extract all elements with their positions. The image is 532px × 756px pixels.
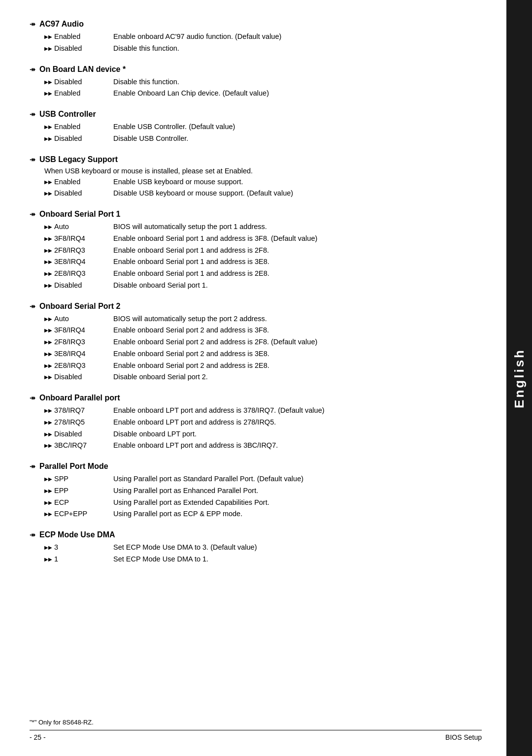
item-value: Disable this function.	[113, 43, 482, 54]
section-arrow-icon: ↠	[30, 20, 35, 28]
bullet-icon: ▶▶	[44, 258, 52, 265]
item-row: ▶▶ Enabled Enable onboard AC'97 audio fu…	[44, 32, 482, 42]
bullet-icon: ▶▶	[44, 510, 52, 518]
item-row: ▶▶ 378/IRQ7 Enable onboard LPT port and …	[44, 405, 482, 416]
item-row: ▶▶ Disabled Disable this function.	[44, 43, 482, 54]
bullet-icon: ▶▶	[44, 90, 52, 97]
item-value: BIOS will automatically setup the port 2…	[113, 314, 482, 325]
bullet-icon: ▶▶	[44, 45, 52, 52]
item-value: Disable USB Controller.	[113, 133, 482, 144]
item-key: ▶▶ 3E8/IRQ4	[44, 257, 113, 267]
section-onboard-serial-2: ↠ Onboard Serial Port 2 ▶▶ Auto BIOS wil…	[30, 302, 482, 383]
item-row: ▶▶ Disabled Disable USB keyboard or mous…	[44, 188, 482, 199]
item-value: BIOS will automatically setup the port 1…	[113, 222, 482, 232]
item-value: Disable USB keyboard or mouse support. (…	[113, 188, 482, 199]
item-key: ▶▶ 3E8/IRQ4	[44, 349, 113, 360]
section-title-onboard-parallel: ↠ Onboard Parallel port	[30, 394, 482, 402]
item-key-label: 378/IRQ7	[54, 405, 85, 416]
section-ecp-mode-dma: ↠ ECP Mode Use DMA ▶▶ 3 Set ECP Mode Use…	[30, 530, 482, 565]
section-arrow-icon: ↠	[30, 302, 35, 310]
item-value: Disable onboard LPT port.	[113, 429, 482, 440]
bullet-icon: ▶▶	[44, 373, 52, 381]
item-key-label: 2F8/IRQ3	[54, 337, 85, 348]
section-title-onboard-serial-1: ↠ Onboard Serial Port 1	[30, 210, 482, 219]
item-key: ▶▶ Disabled	[44, 43, 113, 54]
item-key: ▶▶ 3F8/IRQ4	[44, 233, 113, 244]
item-key-label: ECP	[54, 497, 69, 508]
section-body-onboard-serial-2: ▶▶ Auto BIOS will automatically setup th…	[30, 314, 482, 383]
item-key: ▶▶ 2F8/IRQ3	[44, 245, 113, 256]
item-key: ▶▶ Enabled	[44, 177, 113, 188]
item-key-label: 3E8/IRQ4	[54, 349, 86, 360]
item-key: ▶▶ 3BC/IRQ7	[44, 440, 113, 451]
bullet-icon: ▶▶	[44, 247, 52, 254]
item-key: ▶▶ ECP	[44, 497, 113, 508]
item-row: ▶▶ SPP Using Parallel port as Standard P…	[44, 474, 482, 485]
item-key: ▶▶ Disabled	[44, 77, 113, 88]
item-key: ▶▶ Enabled	[44, 88, 113, 99]
bullet-icon: ▶▶	[44, 430, 52, 438]
section-title-onboard-serial-2: ↠ Onboard Serial Port 2	[30, 302, 482, 311]
item-row: ▶▶ Disabled Disable onboard LPT port.	[44, 429, 482, 440]
section-body-onboard-parallel: ▶▶ 378/IRQ7 Enable onboard LPT port and …	[30, 405, 482, 451]
item-key-label: Disabled	[54, 133, 82, 144]
section-arrow-icon: ↠	[30, 66, 35, 73]
item-row: ▶▶ Disabled Disable onboard Serial port …	[44, 372, 482, 383]
item-key: ▶▶ 3	[44, 542, 113, 553]
item-key: ▶▶ 278/IRQ5	[44, 417, 113, 428]
item-value: Enable onboard Serial port 1 and address…	[113, 245, 482, 256]
bullet-icon: ▶▶	[44, 362, 52, 369]
item-row: ▶▶ 3BC/IRQ7 Enable onboard LPT port and …	[44, 440, 482, 451]
item-key: ▶▶ Disabled	[44, 133, 113, 144]
item-key-label: 3E8/IRQ4	[54, 257, 86, 267]
item-key-label: 2E8/IRQ3	[54, 361, 86, 371]
item-row: ▶▶ Enabled Enable USB Controller. (Defau…	[44, 122, 482, 132]
item-row: ▶▶ 1 Set ECP Mode Use DMA to 1.	[44, 554, 482, 565]
section-title-ac97-audio: ↠ AC97 Audio	[30, 20, 482, 29]
section-title-ecp-mode-dma: ↠ ECP Mode Use DMA	[30, 530, 482, 539]
item-value: Disable onboard Serial port 2.	[113, 372, 482, 383]
footnote: "*" Only for 8S648-RZ.	[30, 719, 482, 726]
item-row: ▶▶ Disabled Disable this function.	[44, 77, 482, 88]
section-ac97-audio: ↠ AC97 Audio ▶▶ Enabled Enable onboard A…	[30, 20, 482, 54]
bullet-icon: ▶▶	[44, 487, 52, 494]
item-key: ▶▶ 1	[44, 554, 113, 565]
section-body-ecp-mode-dma: ▶▶ 3 Set ECP Mode Use DMA to 3. (Default…	[30, 542, 482, 565]
section-arrow-icon: ↠	[30, 156, 35, 164]
item-key-label: Disabled	[54, 188, 82, 199]
bullet-icon: ▶▶	[44, 475, 52, 483]
bullet-icon: ▶▶	[44, 123, 52, 131]
item-row: ▶▶ 2F8/IRQ3 Enable onboard Serial port 2…	[44, 337, 482, 348]
sidebar-label: English	[512, 348, 527, 408]
item-key: ▶▶ Disabled	[44, 188, 113, 199]
item-key-label: Enabled	[54, 88, 80, 99]
item-row: ▶▶ ECP+EPP Using Parallel port as ECP & …	[44, 509, 482, 520]
item-value: Set ECP Mode Use DMA to 1.	[113, 554, 482, 565]
item-value: Enable onboard LPT port and address is 3…	[113, 440, 482, 451]
item-row: ▶▶ 2F8/IRQ3 Enable onboard Serial port 1…	[44, 245, 482, 256]
item-key-label: Auto	[54, 222, 69, 232]
item-value: Enable Onboard Lan Chip device. (Default…	[113, 88, 482, 99]
item-key-label: ECP+EPP	[54, 509, 87, 520]
section-title-usb-legacy: ↠ USB Legacy Support	[30, 155, 482, 164]
section-usb-controller: ↠ USB Controller ▶▶ Enabled Enable USB C…	[30, 110, 482, 144]
section-arrow-icon: ↠	[30, 531, 35, 539]
section-body-onboard-serial-1: ▶▶ Auto BIOS will automatically setup th…	[30, 222, 482, 291]
item-key-label: Enabled	[54, 32, 80, 42]
bullet-icon: ▶▶	[44, 544, 52, 551]
bullet-icon: ▶▶	[44, 33, 52, 40]
item-key: ▶▶ Auto	[44, 314, 113, 325]
item-key: ▶▶ SPP	[44, 474, 113, 485]
bullet-icon: ▶▶	[44, 499, 52, 506]
item-key-label: Disabled	[54, 280, 82, 291]
sidebar: English	[506, 0, 532, 756]
section-body-usb-controller: ▶▶ Enabled Enable USB Controller. (Defau…	[30, 122, 482, 144]
item-value: Enable onboard Serial port 1 and address…	[113, 233, 482, 244]
section-note: When USB keyboard or mouse is installed,…	[44, 167, 482, 175]
item-key: ▶▶ Auto	[44, 222, 113, 232]
item-key: ▶▶ EPP	[44, 486, 113, 496]
item-key-label: Disabled	[54, 429, 82, 440]
item-row: ▶▶ Disabled Disable USB Controller.	[44, 133, 482, 144]
item-key: ▶▶ Disabled	[44, 372, 113, 383]
item-value: Disable this function.	[113, 77, 482, 88]
